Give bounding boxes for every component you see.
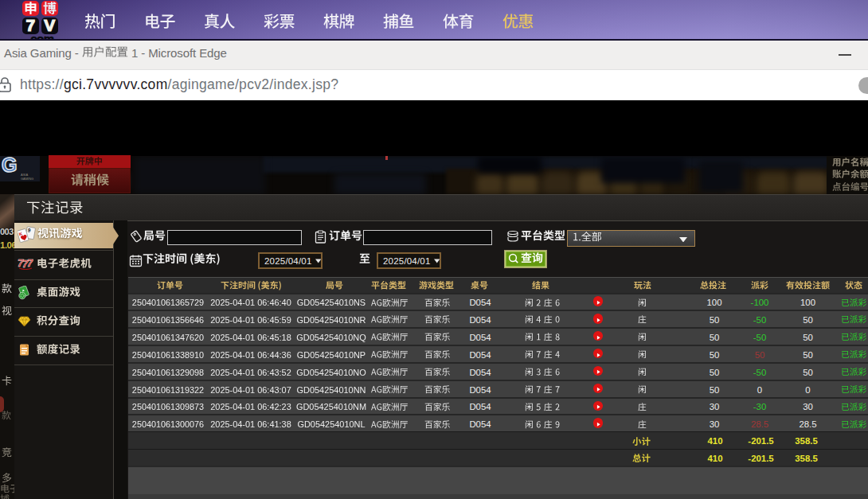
svg-text:7: 7: [27, 257, 33, 269]
